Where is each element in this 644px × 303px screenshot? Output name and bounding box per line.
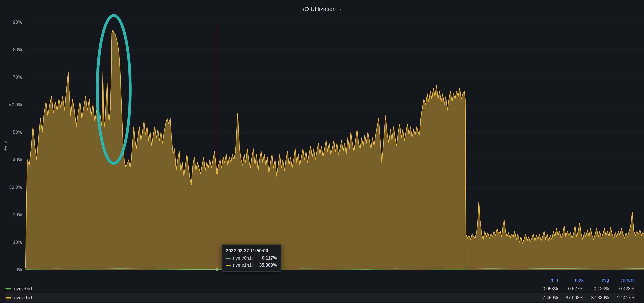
tooltip: 2022-08-27 11:50:00 nvme0n1: 0.117% nvme… xyxy=(222,244,281,272)
stat-min: 7.469% xyxy=(532,295,558,300)
legend-col-min[interactable]: min xyxy=(532,278,558,283)
y-tick-label: 40% xyxy=(13,157,22,162)
tooltip-series-label: nvme1n1: xyxy=(233,262,253,268)
legend-header-row: min max avg current xyxy=(6,276,634,284)
tooltip-series-value: 0.117% xyxy=(262,256,277,261)
series-name: nvme0n1 xyxy=(14,286,33,292)
stat-max: 0.627% xyxy=(558,286,584,292)
io-utilization-panel: I/O Utilization ⌄ %util 0%10%20%30.0%40%… xyxy=(0,0,644,303)
legend-row-nvme0n1: nvme0n1 0.058% 0.627% 0.124% 0.423% xyxy=(6,284,634,293)
legend: min max avg current nvme0n1 0.058% 0.627… xyxy=(0,276,644,303)
y-tick-label: 10% xyxy=(13,240,22,245)
panel-header[interactable]: I/O Utilization ⌄ xyxy=(0,0,644,18)
cursor-line xyxy=(217,22,217,270)
y-tick-label: 30.0% xyxy=(9,185,22,190)
y-tick-label: 50% xyxy=(13,130,22,135)
stat-avg: 37.389% xyxy=(584,295,609,300)
stat-avg: 0.124% xyxy=(584,286,609,292)
legend-col-avg[interactable]: avg xyxy=(584,278,609,283)
y-tick-label: 80% xyxy=(13,47,22,52)
series-area-nvme1n1 xyxy=(26,30,644,270)
cursor-point xyxy=(216,171,218,174)
y-tick-label: 0% xyxy=(16,267,22,272)
y-tick-label: 70% xyxy=(13,74,22,80)
chart-canvas[interactable] xyxy=(26,22,644,270)
legend-row-nvme1n1: nvme1n1 7.469% 87.008% 37.389% 12.417% xyxy=(6,293,634,302)
y-tick-label: 90% xyxy=(13,20,22,25)
legend-series-nvme1n1[interactable]: nvme1n1 xyxy=(6,295,532,300)
y-tick-label: 20% xyxy=(13,212,22,218)
series-name: nvme1n1 xyxy=(14,295,33,300)
y-tick-label: 60.0% xyxy=(9,102,22,108)
legend-series-nvme0n1[interactable]: nvme0n1 xyxy=(6,286,532,292)
y-axis: 0%10%20%30.0%40%50%60.0%70%80%90% xyxy=(0,22,22,270)
stat-current: 12.417% xyxy=(609,295,634,300)
stat-min: 0.058% xyxy=(532,286,558,292)
tooltip-series-value: 35.309% xyxy=(259,262,277,268)
tooltip-row-nvme1n1: nvme1n1: 35.309% xyxy=(226,262,277,268)
tooltip-row-nvme0n1: nvme0n1: 0.117% xyxy=(226,256,277,261)
chevron-down-icon[interactable]: ⌄ xyxy=(338,6,343,11)
plot-area[interactable] xyxy=(26,22,644,270)
stat-current: 0.423% xyxy=(609,286,634,292)
series-swatch-nvme1n1 xyxy=(6,297,12,298)
tooltip-timestamp: 2022-08-27 11:50:00 xyxy=(226,248,277,254)
legend-col-current[interactable]: current xyxy=(609,278,634,283)
stat-max: 87.008% xyxy=(558,295,584,300)
panel-title[interactable]: I/O Utilization xyxy=(301,6,336,12)
series-swatch-nvme0n1 xyxy=(6,288,12,290)
cursor-point xyxy=(216,268,218,271)
legend-col-max[interactable]: max xyxy=(558,278,584,283)
series-swatch-nvme1n1 xyxy=(226,265,231,266)
tooltip-series-label: nvme0n1: xyxy=(233,256,253,261)
series-swatch-nvme0n1 xyxy=(226,258,231,259)
